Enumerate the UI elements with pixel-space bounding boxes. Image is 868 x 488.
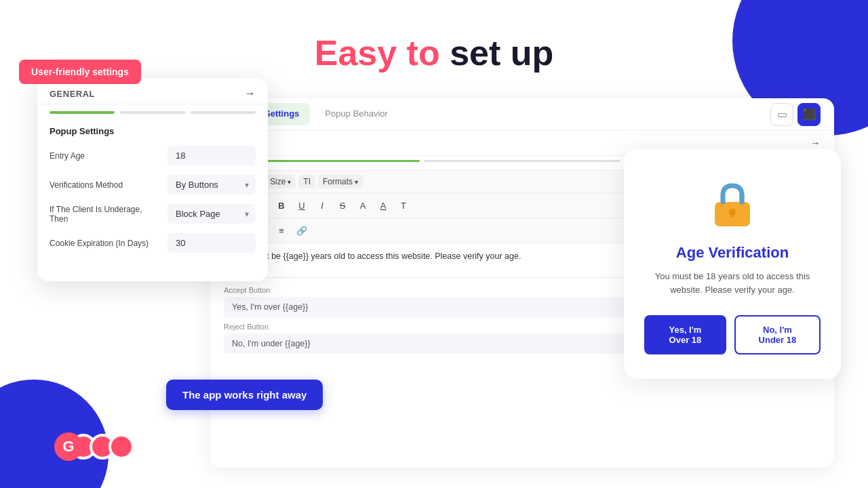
mobile-icon: ▭ (777, 108, 787, 121)
tab-bar: Popup Settings Popup Behavior ▭ ⬛ (210, 98, 834, 131)
progress-segment-3 (191, 111, 256, 114)
settings-row-entry-age: Entry Age (50, 146, 256, 165)
lock-icon (705, 176, 760, 230)
label-entry-age: Entry Age (50, 151, 162, 161)
heading-easy-to: Easy to (315, 33, 440, 73)
lock-icon-wrap (705, 176, 760, 230)
toolbar-link-icon[interactable]: 🔗 (292, 221, 311, 240)
settings-row-verifications: Verifications Method By Buttons By Date … (50, 175, 256, 195)
toolbar-underline-icon[interactable]: U (292, 196, 311, 215)
toolbar-ti-btn[interactable]: TI (298, 175, 315, 188)
age-verify-title: Age Verification (644, 244, 821, 262)
heading-setup: set up (450, 33, 553, 73)
settings-header-label: GENERAL (50, 89, 95, 99)
settings-section-title: Popup Settings (50, 126, 256, 136)
mobile-view-button[interactable]: ▭ (770, 103, 793, 126)
select-underage-wrap: Block Page Redirect (167, 204, 256, 224)
toolbar-formats-dropdown[interactable]: Formats ▾ (318, 175, 363, 188)
settings-row-underage: If The Client Is Underage, Then Block Pa… (50, 204, 256, 224)
toolbar-size-label: Size (270, 177, 285, 186)
input-cookie-expiration[interactable] (167, 233, 256, 253)
device-icons: ▭ ⬛ (770, 103, 821, 126)
settings-progress-bar (37, 104, 268, 119)
age-verify-buttons: Yes, I'm Over 18 No, I'm Under 18 (644, 315, 821, 354)
progress-segment-1 (50, 111, 115, 114)
toolbar-size-dropdown[interactable]: Size ▾ (265, 175, 296, 188)
age-verify-body: You must be 18 years old to access this … (644, 270, 821, 296)
toolbar-bold-icon[interactable]: B (272, 196, 291, 215)
select-underage-action[interactable]: Block Page Redirect (167, 204, 256, 224)
select-verifications-method[interactable]: By Buttons By Date of Birth (167, 175, 256, 195)
cprog-2 (424, 160, 620, 162)
label-verifications-method: Verifications Method (50, 180, 162, 190)
toolbar-align-right-icon[interactable]: ≡ (272, 221, 291, 240)
toolbar-text-color-icon[interactable]: A (353, 196, 372, 215)
desktop-view-button[interactable]: ⬛ (797, 103, 821, 126)
chevron-down-icon-2: ▾ (288, 178, 291, 186)
no-under-18-button[interactable]: No, I'm Under 18 (734, 315, 821, 354)
age-verify-card: Age Verification You must be 18 years ol… (624, 149, 841, 379)
desktop-icon: ⬛ (802, 108, 816, 121)
toolbar-formats-label: Formats (323, 177, 353, 186)
logo-wrap: G (54, 432, 134, 461)
logo-circle-3 (108, 434, 134, 460)
svg-rect-2 (731, 212, 734, 218)
app-works-button[interactable]: The app works right away (166, 380, 323, 410)
label-underage: If The Client Is Underage, Then (50, 205, 162, 224)
user-friendly-badge: User-friendly settings (19, 60, 141, 84)
settings-card-body: Popup Settings Entry Age Verifications M… (37, 119, 268, 268)
chevron-down-icon-3: ▾ (355, 178, 358, 186)
logo-circles (77, 434, 134, 460)
settings-card: GENERAL → Popup Settings Entry Age Verif… (37, 78, 268, 281)
select-verifications-wrap: By Buttons By Date of Birth (167, 175, 256, 195)
input-entry-age[interactable] (167, 146, 256, 165)
content-header-arrow: → (810, 138, 821, 148)
toolbar-italic-icon[interactable]: I (313, 196, 332, 215)
yes-over-18-button[interactable]: Yes, I'm Over 18 (644, 315, 726, 354)
toolbar-text-t-icon[interactable]: T (394, 196, 413, 215)
toolbar-text-bg-icon[interactable]: A (374, 196, 393, 215)
settings-header-arrow: → (245, 87, 256, 100)
logo: G (54, 432, 134, 461)
logo-g-letter: G (54, 432, 83, 461)
ti-label: TI (303, 177, 311, 186)
label-cookie-expiration: Cookie Expiration (In Days) (50, 239, 162, 248)
tab-popup-behavior[interactable]: Popup Behavior (314, 103, 399, 125)
toolbar-strikethrough-icon[interactable]: S (333, 196, 352, 215)
settings-row-cookie: Cookie Expiration (In Days) (50, 233, 256, 253)
progress-segment-2 (120, 111, 185, 114)
